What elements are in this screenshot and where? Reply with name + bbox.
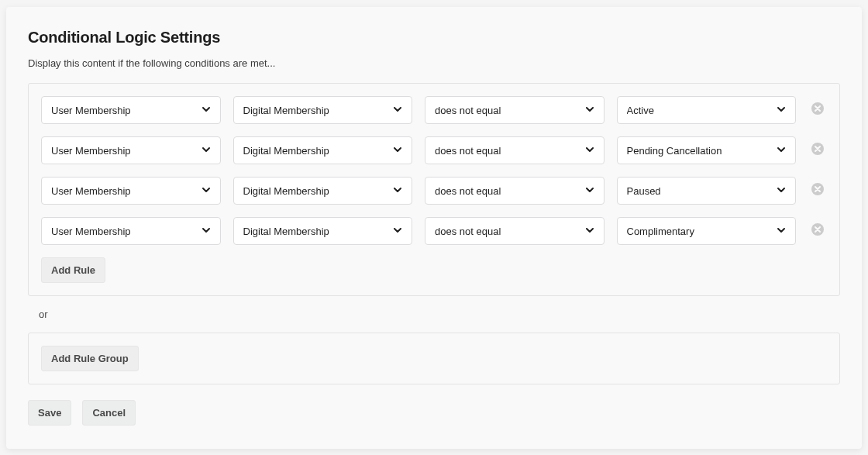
rule-operator-select[interactable]: does not equal: [425, 177, 604, 205]
remove-rule-button[interactable]: [808, 101, 827, 119]
rule-value-select[interactable]: Paused: [617, 177, 797, 205]
rule-group: User Membership Digital Membership does …: [28, 83, 840, 296]
chevron-down-icon: [393, 185, 402, 197]
rule-value-select[interactable]: Complimentary: [617, 217, 797, 245]
chevron-down-icon: [393, 105, 402, 116]
rule-value-label: Active: [627, 105, 654, 116]
close-circle-icon: [811, 143, 824, 158]
chevron-down-icon: [202, 185, 211, 197]
rule-field-label: User Membership: [51, 185, 131, 197]
chevron-down-icon: [393, 145, 402, 157]
rule-operator-select[interactable]: does not equal: [425, 136, 604, 164]
chevron-down-icon: [393, 226, 402, 237]
close-circle-icon: [811, 183, 824, 198]
rule-subfield-select[interactable]: Digital Membership: [233, 96, 413, 124]
rule-row: User Membership Digital Membership does …: [41, 136, 827, 164]
rule-operator-select[interactable]: does not equal: [425, 96, 604, 124]
chevron-down-icon: [585, 185, 594, 197]
chevron-down-icon: [777, 145, 786, 157]
rule-subfield-label: Digital Membership: [243, 185, 329, 197]
rule-field-label: User Membership: [51, 105, 131, 116]
chevron-down-icon: [202, 226, 211, 237]
conditional-logic-modal: Conditional Logic Settings Display this …: [6, 7, 862, 449]
rule-operator-select[interactable]: does not equal: [425, 217, 604, 245]
rule-subfield-label: Digital Membership: [243, 226, 329, 237]
action-buttons: Save Cancel: [28, 400, 840, 426]
rule-field-select[interactable]: User Membership: [41, 177, 221, 205]
rule-subfield-select[interactable]: Digital Membership: [233, 177, 413, 205]
rule-operator-label: does not equal: [435, 185, 501, 197]
rule-group-add: Add Rule Group: [28, 333, 840, 384]
chevron-down-icon: [777, 185, 786, 197]
rule-subfield-select[interactable]: Digital Membership: [233, 217, 413, 245]
rule-field-select[interactable]: User Membership: [41, 136, 221, 164]
cancel-button[interactable]: Cancel: [82, 400, 136, 426]
close-circle-icon: [811, 223, 824, 239]
rule-subfield-label: Digital Membership: [243, 105, 329, 116]
chevron-down-icon: [777, 226, 786, 237]
rule-field-label: User Membership: [51, 226, 131, 237]
rule-value-select[interactable]: Pending Cancellation: [617, 136, 797, 164]
rule-value-label: Pending Cancellation: [627, 145, 722, 157]
save-button[interactable]: Save: [28, 400, 71, 426]
rule-operator-label: does not equal: [435, 226, 501, 237]
rule-field-select[interactable]: User Membership: [41, 96, 221, 124]
page-subtitle: Display this content if the following co…: [28, 57, 840, 69]
remove-rule-button[interactable]: [808, 141, 827, 160]
rule-value-select[interactable]: Active: [617, 96, 797, 124]
or-separator: or: [39, 309, 840, 320]
rule-operator-label: does not equal: [435, 105, 501, 116]
remove-rule-button[interactable]: [808, 181, 827, 200]
chevron-down-icon: [202, 105, 211, 116]
chevron-down-icon: [585, 226, 594, 237]
chevron-down-icon: [585, 145, 594, 157]
chevron-down-icon: [202, 145, 211, 157]
rule-subfield-label: Digital Membership: [243, 145, 329, 157]
rule-row: User Membership Digital Membership does …: [41, 177, 827, 205]
rule-row: User Membership Digital Membership does …: [41, 96, 827, 124]
remove-rule-button[interactable]: [808, 222, 827, 240]
chevron-down-icon: [585, 105, 594, 116]
chevron-down-icon: [777, 105, 786, 116]
rule-value-label: Paused: [627, 185, 661, 197]
close-circle-icon: [811, 102, 824, 118]
rule-field-label: User Membership: [51, 145, 131, 157]
rule-subfield-select[interactable]: Digital Membership: [233, 136, 413, 164]
rule-field-select[interactable]: User Membership: [41, 217, 221, 245]
page-title: Conditional Logic Settings: [28, 29, 840, 47]
rule-row: User Membership Digital Membership does …: [41, 217, 827, 245]
rule-operator-label: does not equal: [435, 145, 501, 157]
add-rule-group-button[interactable]: Add Rule Group: [41, 346, 139, 371]
rule-value-label: Complimentary: [627, 226, 694, 237]
add-rule-button[interactable]: Add Rule: [41, 257, 105, 283]
